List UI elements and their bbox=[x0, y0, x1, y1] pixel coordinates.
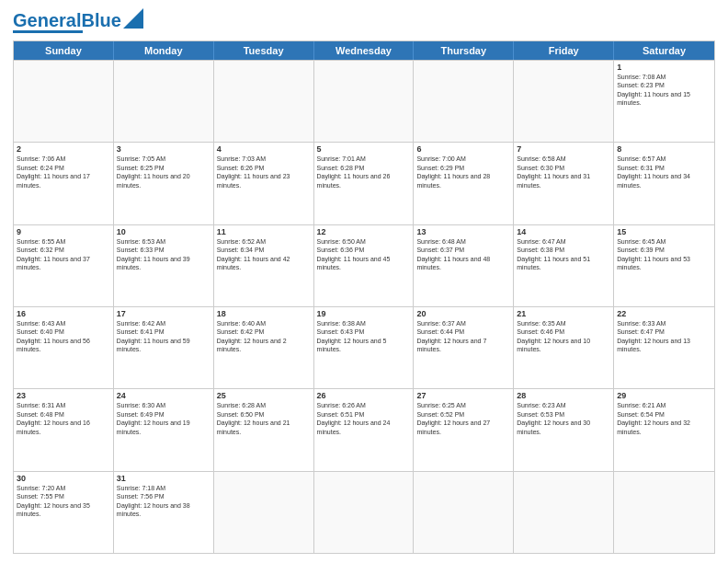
day-sun-info: Sunrise: 6:40 AM Sunset: 6:42 PM Dayligh… bbox=[217, 319, 311, 354]
day-sun-info: Sunrise: 6:30 AM Sunset: 6:49 PM Dayligh… bbox=[117, 401, 210, 436]
calendar-row-3: 16Sunrise: 6:43 AM Sunset: 6:40 PM Dayli… bbox=[14, 306, 714, 388]
day-sun-info: Sunrise: 6:52 AM Sunset: 6:34 PM Dayligh… bbox=[217, 237, 311, 272]
calendar-cell bbox=[214, 472, 314, 553]
calendar-cell: 26Sunrise: 6:26 AM Sunset: 6:51 PM Dayli… bbox=[314, 389, 415, 470]
day-number: 19 bbox=[317, 309, 411, 318]
calendar-cell: 2Sunrise: 7:06 AM Sunset: 6:24 PM Daylig… bbox=[14, 143, 114, 224]
day-sun-info: Sunrise: 7:03 AM Sunset: 6:26 PM Dayligh… bbox=[217, 155, 311, 190]
day-number: 30 bbox=[17, 474, 110, 483]
day-sun-info: Sunrise: 6:57 AM Sunset: 6:31 PM Dayligh… bbox=[617, 155, 711, 190]
calendar-cell: 27Sunrise: 6:25 AM Sunset: 6:52 PM Dayli… bbox=[414, 389, 514, 470]
calendar-row-5: 30Sunrise: 7:20 AM Sunset: 7:55 PM Dayli… bbox=[14, 471, 714, 553]
day-sun-info: Sunrise: 6:33 AM Sunset: 6:47 PM Dayligh… bbox=[617, 319, 711, 354]
day-sun-info: Sunrise: 6:38 AM Sunset: 6:43 PM Dayligh… bbox=[317, 319, 411, 354]
calendar-row-4: 23Sunrise: 6:31 AM Sunset: 6:48 PM Dayli… bbox=[14, 388, 714, 470]
day-sun-info: Sunrise: 7:18 AM Sunset: 7:56 PM Dayligh… bbox=[117, 484, 210, 519]
day-sun-info: Sunrise: 6:53 AM Sunset: 6:33 PM Dayligh… bbox=[117, 237, 210, 272]
calendar-cell bbox=[414, 472, 514, 553]
calendar-cell: 9Sunrise: 6:55 AM Sunset: 6:32 PM Daylig… bbox=[14, 225, 114, 306]
day-sun-info: Sunrise: 6:35 AM Sunset: 6:46 PM Dayligh… bbox=[517, 319, 610, 354]
day-sun-info: Sunrise: 7:08 AM Sunset: 6:23 PM Dayligh… bbox=[617, 73, 711, 108]
calendar-cell: 29Sunrise: 6:21 AM Sunset: 6:54 PM Dayli… bbox=[614, 389, 714, 470]
day-number: 20 bbox=[416, 309, 510, 318]
day-sun-info: Sunrise: 6:31 AM Sunset: 6:48 PM Dayligh… bbox=[17, 401, 110, 436]
day-number: 11 bbox=[217, 227, 311, 236]
calendar-cell: 31Sunrise: 7:18 AM Sunset: 7:56 PM Dayli… bbox=[114, 472, 214, 553]
calendar-row-2: 9Sunrise: 6:55 AM Sunset: 6:32 PM Daylig… bbox=[14, 224, 714, 306]
page-header: GeneralBlue bbox=[13, 11, 715, 33]
calendar-cell: 5Sunrise: 7:01 AM Sunset: 6:28 PM Daylig… bbox=[314, 143, 415, 224]
weekday-header-tuesday: Tuesday bbox=[214, 41, 314, 60]
day-number: 28 bbox=[517, 391, 610, 400]
day-number: 24 bbox=[117, 391, 210, 400]
calendar-cell: 14Sunrise: 6:47 AM Sunset: 6:38 PM Dayli… bbox=[514, 225, 614, 306]
day-sun-info: Sunrise: 6:26 AM Sunset: 6:51 PM Dayligh… bbox=[317, 401, 411, 436]
day-number: 1 bbox=[617, 63, 711, 72]
day-number: 21 bbox=[517, 309, 610, 318]
calendar-cell bbox=[314, 472, 415, 553]
calendar-cell: 30Sunrise: 7:20 AM Sunset: 7:55 PM Dayli… bbox=[14, 472, 114, 553]
day-number: 22 bbox=[617, 309, 711, 318]
day-sun-info: Sunrise: 6:55 AM Sunset: 6:32 PM Dayligh… bbox=[17, 237, 110, 272]
logo: GeneralBlue bbox=[13, 11, 143, 33]
day-number: 15 bbox=[617, 227, 711, 236]
weekday-header-monday: Monday bbox=[114, 41, 214, 60]
day-number: 12 bbox=[317, 227, 411, 236]
calendar-cell: 23Sunrise: 6:31 AM Sunset: 6:48 PM Dayli… bbox=[14, 389, 114, 470]
calendar-cell: 24Sunrise: 6:30 AM Sunset: 6:49 PM Dayli… bbox=[114, 389, 214, 470]
day-sun-info: Sunrise: 6:43 AM Sunset: 6:40 PM Dayligh… bbox=[17, 319, 110, 354]
calendar-cell bbox=[14, 61, 114, 142]
day-sun-info: Sunrise: 7:06 AM Sunset: 6:24 PM Dayligh… bbox=[17, 155, 110, 190]
calendar-cell: 8Sunrise: 6:57 AM Sunset: 6:31 PM Daylig… bbox=[614, 143, 714, 224]
calendar-header: SundayMondayTuesdayWednesdayThursdayFrid… bbox=[14, 41, 714, 60]
calendar-cell: 17Sunrise: 6:42 AM Sunset: 6:41 PM Dayli… bbox=[114, 307, 214, 388]
calendar-row-0: 1Sunrise: 7:08 AM Sunset: 6:23 PM Daylig… bbox=[14, 60, 714, 142]
day-sun-info: Sunrise: 7:00 AM Sunset: 6:29 PM Dayligh… bbox=[416, 155, 510, 190]
calendar-cell: 10Sunrise: 6:53 AM Sunset: 6:33 PM Dayli… bbox=[114, 225, 214, 306]
day-number: 27 bbox=[416, 391, 510, 400]
day-number: 17 bbox=[117, 309, 210, 318]
day-number: 3 bbox=[117, 144, 210, 154]
weekday-header-friday: Friday bbox=[514, 41, 614, 60]
day-number: 23 bbox=[17, 391, 110, 400]
logo-blue: Blue bbox=[81, 10, 120, 30]
day-sun-info: Sunrise: 6:21 AM Sunset: 6:54 PM Dayligh… bbox=[617, 401, 711, 436]
calendar-cell: 3Sunrise: 7:05 AM Sunset: 6:25 PM Daylig… bbox=[114, 143, 214, 224]
day-number: 14 bbox=[517, 227, 610, 236]
calendar-cell bbox=[614, 472, 714, 553]
calendar-cell: 16Sunrise: 6:43 AM Sunset: 6:40 PM Dayli… bbox=[14, 307, 114, 388]
day-sun-info: Sunrise: 6:23 AM Sunset: 6:53 PM Dayligh… bbox=[517, 401, 610, 436]
calendar-cell bbox=[514, 61, 614, 142]
day-number: 16 bbox=[17, 309, 110, 318]
calendar-cell: 19Sunrise: 6:38 AM Sunset: 6:43 PM Dayli… bbox=[314, 307, 415, 388]
day-number: 7 bbox=[517, 144, 610, 154]
calendar-grid: SundayMondayTuesdayWednesdayThursdayFrid… bbox=[13, 40, 715, 554]
calendar-cell: 25Sunrise: 6:28 AM Sunset: 6:50 PM Dayli… bbox=[214, 389, 314, 470]
day-sun-info: Sunrise: 6:28 AM Sunset: 6:50 PM Dayligh… bbox=[217, 401, 311, 436]
day-number: 25 bbox=[217, 391, 311, 400]
calendar-cell bbox=[514, 472, 614, 553]
calendar-cell: 13Sunrise: 6:48 AM Sunset: 6:37 PM Dayli… bbox=[414, 225, 514, 306]
logo-underline bbox=[13, 30, 83, 33]
day-number: 2 bbox=[17, 144, 110, 154]
day-number: 9 bbox=[17, 227, 110, 236]
calendar-page: GeneralBlue SundayMondayTuesdayWednesday… bbox=[0, 0, 728, 563]
logo-icon bbox=[123, 8, 143, 29]
calendar-cell: 15Sunrise: 6:45 AM Sunset: 6:39 PM Dayli… bbox=[614, 225, 714, 306]
calendar-cell bbox=[414, 61, 514, 142]
weekday-header-thursday: Thursday bbox=[414, 41, 514, 60]
day-number: 4 bbox=[217, 144, 311, 154]
calendar-cell: 21Sunrise: 6:35 AM Sunset: 6:46 PM Dayli… bbox=[514, 307, 614, 388]
weekday-header-saturday: Saturday bbox=[614, 41, 714, 60]
day-sun-info: Sunrise: 7:01 AM Sunset: 6:28 PM Dayligh… bbox=[317, 155, 411, 190]
calendar-cell: 1Sunrise: 7:08 AM Sunset: 6:23 PM Daylig… bbox=[614, 61, 714, 142]
day-number: 10 bbox=[117, 227, 210, 236]
day-sun-info: Sunrise: 6:48 AM Sunset: 6:37 PM Dayligh… bbox=[416, 237, 510, 272]
calendar-cell bbox=[314, 61, 415, 142]
day-sun-info: Sunrise: 6:37 AM Sunset: 6:44 PM Dayligh… bbox=[416, 319, 510, 354]
day-sun-info: Sunrise: 6:58 AM Sunset: 6:30 PM Dayligh… bbox=[517, 155, 610, 190]
day-sun-info: Sunrise: 6:47 AM Sunset: 6:38 PM Dayligh… bbox=[517, 237, 610, 272]
calendar-cell: 22Sunrise: 6:33 AM Sunset: 6:47 PM Dayli… bbox=[614, 307, 714, 388]
logo-general: General bbox=[13, 10, 81, 30]
calendar-cell bbox=[214, 61, 314, 142]
